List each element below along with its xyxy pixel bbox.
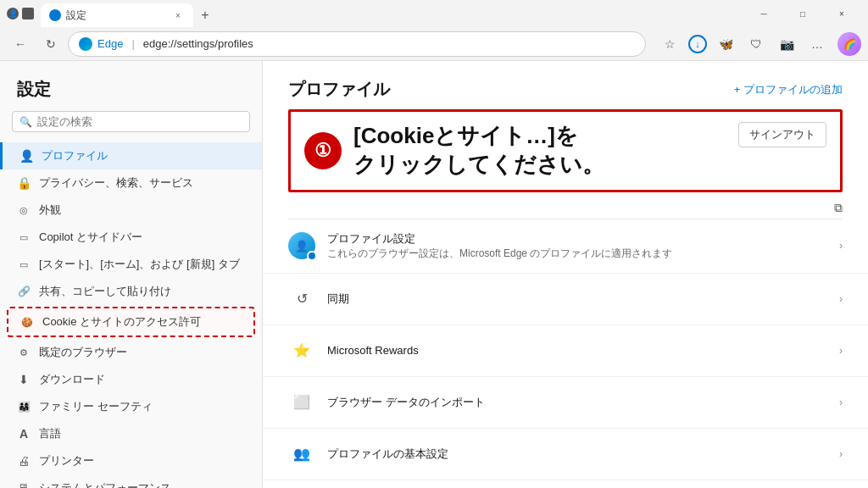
edge-favicon (79, 37, 92, 51)
cookie-icon: 🍪 (20, 317, 34, 328)
new-tab-button[interactable]: + (193, 3, 217, 27)
chevron-icon: › (839, 345, 843, 357)
import-icon: ⬜ (288, 389, 315, 416)
sidebar-item-label: 既定のブラウザー (39, 345, 127, 360)
annotation-box: ① [Cookieとサイト…]をクリックしてください。 サインアウト (288, 109, 843, 192)
settings-item-rewards[interactable]: ⭐ Microsoft Rewards › (263, 325, 868, 377)
download-icon: ⬇ (17, 373, 31, 386)
sidebar-item-copilot[interactable]: ▭ Copilot とサイドバー (0, 224, 262, 251)
tab-title: 設定 (66, 8, 86, 23)
start-icon: ▭ (17, 259, 31, 270)
search-input[interactable] (37, 115, 242, 128)
window-tabs-icon (22, 8, 34, 19)
titlebar: 👤 設定 × + ─ □ × (0, 0, 868, 27)
favorites-button[interactable]: ☆ (656, 30, 683, 58)
sidebar-item-start[interactable]: ▭ [スタート]、[ホーム]、および [新規] タブ (0, 251, 262, 278)
sidebar-item-label: [スタート]、[ホーム]、および [新規] タブ (39, 257, 240, 272)
profile-settings-desc: これらのブラウザー設定は、Microsoft Edge のプロファイルに適用され… (327, 247, 827, 261)
sidebar-item-cookie[interactable]: 🍪 Cookie とサイトのアクセス許可 (7, 307, 255, 337)
signout-button[interactable]: サインアウト (738, 122, 826, 147)
printer-icon: 🖨 (17, 454, 31, 468)
chevron-icon: › (839, 396, 843, 408)
settings-item-profile-settings[interactable]: 👤 プロファイル設定 これらのブラウザー設定は、Microsoft Edge の… (263, 219, 868, 274)
sidebar-item-system[interactable]: 🖥 システムとパフォーマンス (0, 474, 262, 488)
back-button[interactable]: ← (7, 30, 34, 58)
sidebar-item-printer[interactable]: 🖨 プリンター (0, 447, 262, 474)
sync-icon: ↺ (288, 286, 315, 313)
content-header: プロファイル + プロファイルの追加 (263, 61, 868, 109)
import-text: ブラウザー データのインポート (327, 395, 827, 410)
active-tab[interactable]: 設定 × (41, 3, 193, 27)
sidebar-item-label: 外観 (39, 202, 61, 218)
sidebar-item-language[interactable]: A 言語 (0, 420, 262, 447)
import-title: ブラウザー データのインポート (327, 395, 827, 410)
sidebar-item-label: システムとパフォーマンス (39, 480, 171, 488)
addressbar: ← ↻ Edge | edge://settings/profiles ☆ ↓ … (0, 27, 868, 61)
sidebar-search[interactable]: 🔍 (12, 111, 250, 132)
annotation-text: [Cookieとサイト…]をクリックしてください。 (353, 122, 604, 180)
annotation-number: ① (304, 132, 342, 169)
rewards-text: Microsoft Rewards (327, 344, 827, 357)
main-layout: 設定 🔍 👤 プロファイル 🔒 プライバシー、検索、サービス ◎ 外観 ▭ Co… (0, 61, 868, 488)
url-prefix: Edge (97, 37, 123, 50)
copilot-icon: ▭ (17, 232, 31, 243)
browser-icon: ⚙ (17, 347, 31, 358)
close-button[interactable]: × (822, 0, 861, 27)
refresh-button[interactable]: ↻ (37, 30, 64, 58)
sidebar-item-browser[interactable]: ⚙ 既定のブラウザー (0, 339, 262, 366)
sidebar-item-label: Copilot とサイドバー (39, 230, 142, 245)
minimize-button[interactable]: ─ (744, 0, 783, 27)
tab-icon (49, 9, 61, 21)
settings-item-windows[interactable]: ⊞ 閲覧データを他の Windows 機能と共有する › (263, 480, 868, 488)
browser-essentials-button[interactable]: 🛡 (743, 30, 770, 58)
rewards-title: Microsoft Rewards (327, 344, 827, 357)
sidebar-item-privacy[interactable]: 🔒 プライバシー、検索、サービス (0, 169, 262, 197)
more-button[interactable]: … (804, 30, 831, 58)
add-profile-button[interactable]: + プロファイルの追加 (734, 82, 843, 97)
profile-settings-icon: 👤 (288, 232, 315, 259)
screenshot-button[interactable]: 📷 (773, 30, 800, 58)
maximize-button[interactable]: □ (783, 0, 822, 27)
sidebar-item-label: Cookie とサイトのアクセス許可 (42, 314, 201, 330)
basic-text: プロファイルの基本設定 (327, 446, 827, 462)
download-button[interactable]: ↓ (688, 35, 707, 53)
chevron-icon: › (839, 240, 843, 252)
sidebar-item-share[interactable]: 🔗 共有、コピーして貼り付け (0, 278, 262, 305)
profile-settings-title: プロファイル設定 (327, 231, 827, 247)
content-area: プロファイル + プロファイルの追加 ① [Cookieとサイト…]をクリックし… (263, 61, 868, 488)
sidebar-item-download[interactable]: ⬇ ダウンロード (0, 366, 262, 393)
privacy-icon: 🔒 (17, 176, 31, 190)
basic-title: プロファイルの基本設定 (327, 446, 827, 462)
sidebar-item-label: プリンター (39, 453, 94, 469)
address-actions: ☆ ↓ 🦋 🛡 📷 … (656, 30, 831, 58)
basic-icon: 👥 (288, 441, 315, 468)
profile-avatar-button[interactable]: 🌈 (837, 32, 861, 56)
titlebar-tabs: 設定 × + (41, 0, 744, 27)
window-user-icon: 👤 (7, 8, 19, 19)
sidebar-item-appearance[interactable]: ◎ 外観 (0, 197, 262, 224)
family-icon: 👨‍👩‍👧 (17, 401, 31, 413)
settings-item-sync[interactable]: ↺ 同期 › (263, 274, 868, 325)
appearance-icon: ◎ (17, 205, 31, 216)
rewards-icon: ⭐ (288, 337, 315, 364)
settings-item-basic[interactable]: 👥 プロファイルの基本設定 › (263, 429, 868, 480)
account-section: ⧉ (288, 201, 843, 215)
sidebar-item-label: プライバシー、検索、サービス (39, 175, 193, 191)
settings-item-import[interactable]: ⬜ ブラウザー データのインポート › (263, 377, 868, 429)
search-icon: 🔍 (19, 116, 32, 128)
collections-button[interactable]: 🦋 (712, 30, 739, 58)
external-link-icon[interactable]: ⧉ (834, 201, 843, 215)
sidebar-title: 設定 (0, 61, 262, 111)
profile-icon: 👤 (19, 149, 33, 163)
chevron-icon: › (839, 448, 843, 460)
sidebar-item-label: プロファイル (42, 148, 108, 164)
window-controls: ─ □ × (744, 0, 861, 27)
language-icon: A (17, 427, 31, 441)
address-bar[interactable]: Edge | edge://settings/profiles (68, 31, 646, 57)
sidebar-item-family[interactable]: 👨‍👩‍👧 ファミリー セーフティ (0, 393, 262, 420)
tab-close-button[interactable]: × (171, 8, 185, 22)
sidebar-item-label: ダウンロード (39, 372, 105, 387)
sync-title: 同期 (327, 291, 827, 307)
sidebar-item-profile[interactable]: 👤 プロファイル (0, 142, 262, 169)
url-path: edge://settings/profiles (143, 37, 253, 50)
